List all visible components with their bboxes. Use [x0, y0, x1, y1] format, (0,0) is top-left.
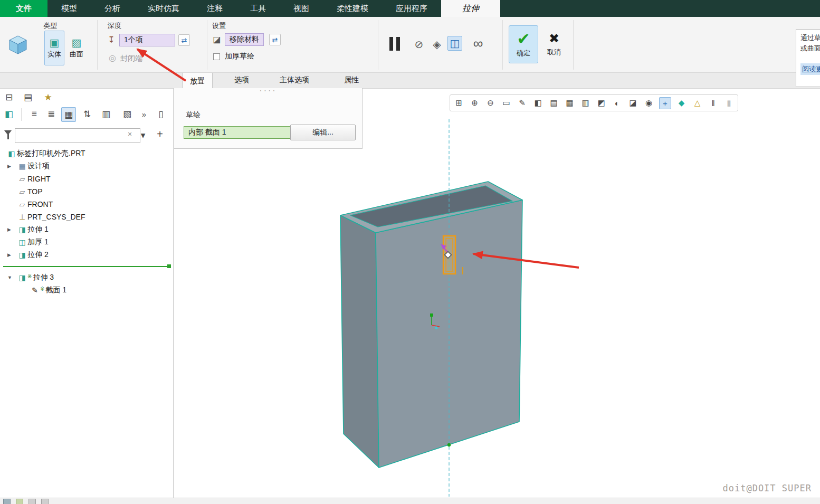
tab-extrude-context[interactable]: 拉伸 — [441, 0, 500, 17]
tree-settings-doc-icon[interactable]: ▯ — [154, 107, 168, 121]
model-tree-tab-icon[interactable]: ⊟ — [2, 90, 16, 104]
tab-body-options[interactable]: 主体选项 — [272, 72, 317, 88]
menu-realtime-simulation[interactable]: 实时仿真 — [134, 0, 193, 17]
menu-file[interactable]: 文件 — [0, 0, 47, 17]
tree-search-input[interactable] — [15, 128, 140, 143]
read-more-link[interactable]: 阅读更 — [800, 63, 820, 75]
no-preview-icon[interactable]: ⊘ — [412, 37, 426, 52]
extrude-icon: ◨ — [17, 251, 27, 259]
thicken-sketch-label[interactable]: 加厚草绘 — [225, 52, 254, 61]
refit-icon[interactable]: ▭ — [501, 98, 512, 109]
status-icon[interactable] — [3, 499, 11, 504]
show-tree-icon[interactable]: ◧ — [2, 107, 16, 121]
sort-tree-icon[interactable]: ⇅ — [80, 107, 94, 121]
capped-ends-label[interactable]: 封闭端 — [120, 54, 142, 63]
spin-center-icon[interactable]: ◆ — [676, 98, 687, 109]
clear-search-icon[interactable]: × — [128, 130, 132, 138]
favorites-icon[interactable]: ★ — [41, 90, 55, 104]
tree-item-label: 加厚 1 — [27, 237, 49, 247]
tree-item-design-items[interactable]: ▶ ▦ 设计项 — [0, 160, 173, 173]
zoom-in-icon[interactable]: ⊕ — [469, 98, 480, 109]
panel-grip-handle[interactable]: ···· — [174, 88, 362, 93]
model-left-face[interactable] — [340, 215, 379, 468]
zoom-out-icon[interactable]: ⊖ — [485, 98, 496, 109]
saved-orientations-icon[interactable]: ▤ — [548, 98, 559, 109]
annotation-display-icon[interactable]: ◉ — [643, 98, 654, 109]
tree-items-icon[interactable]: ≣ — [44, 107, 58, 121]
collapse-arrow-icon[interactable]: ▼ — [7, 275, 17, 280]
repaint-icon[interactable]: ✎ — [517, 98, 528, 109]
verify-icon[interactable]: ◈ — [430, 37, 444, 52]
pause-button[interactable] — [389, 37, 400, 51]
remove-material-icon[interactable]: ◪ — [211, 33, 223, 45]
depth-value-combo[interactable]: 1个项 — [119, 34, 175, 46]
cancel-button[interactable]: ✖ 取消 — [540, 25, 568, 63]
attached-preview-icon[interactable]: ◫ — [447, 36, 462, 51]
expand-arrow-icon[interactable]: ▶ — [7, 164, 17, 169]
menu-tools[interactable]: 工具 — [236, 0, 280, 17]
tree-columns-icon[interactable]: ▦ — [61, 107, 76, 122]
status-icon[interactable] — [41, 499, 49, 504]
expand-arrow-icon[interactable]: ▶ — [7, 252, 17, 258]
tree-item-section-1[interactable]: ✎ ※ 截面 1 — [0, 284, 173, 297]
tree-item-extrude-2[interactable]: ▶ ◨ 拉伸 2 — [0, 249, 173, 261]
insertion-locator[interactable] — [3, 266, 170, 267]
tree-item-extrude-1[interactable]: ▶ ◨ 拉伸 1 — [0, 223, 173, 236]
graphics-toolbar: ⊞ ⊕ ⊖ ▭ ✎ ◧ ▤ ▦ ▥ ◩ ◐ ◪ ◉ + ◆ △ ‖ ▮ — [450, 94, 738, 111]
tree-item-label: RIGHT — [27, 175, 51, 183]
view-manager-icon[interactable]: ▦ — [564, 98, 575, 109]
folder-browser-icon[interactable]: ▤ — [21, 90, 35, 104]
flip-depth-direction-button[interactable]: ⇄ — [178, 34, 190, 46]
solid-type-button[interactable]: ▣ 实体 — [44, 31, 64, 65]
tree-item-extrude-3[interactable]: ▼ ◨ ※ 拉伸 3 — [0, 271, 173, 284]
zoom-region-icon[interactable]: ⊞ — [453, 98, 464, 109]
status-icon[interactable] — [28, 499, 36, 504]
add-filter-button[interactable]: + — [153, 127, 167, 141]
surface-type-button[interactable]: ▨ 曲面 — [66, 31, 87, 65]
tree-item-front-plane[interactable]: ▱ FRONT — [0, 198, 173, 211]
sketch-label: 草绘 — [186, 110, 201, 120]
sketch-collector-field[interactable]: 内部 截面 1 — [184, 126, 295, 139]
menu-model[interactable]: 模型 — [47, 0, 91, 17]
style-tree-icon[interactable]: ▥ — [99, 107, 113, 121]
collapse-all-icon[interactable]: ▧ — [120, 107, 134, 121]
depth-type-icon[interactable]: ↧ — [106, 34, 117, 45]
depth-help-flyout: 通过草 或曲面 阅读更 — [796, 29, 820, 87]
thicken-sketch-checkbox[interactable] — [213, 53, 220, 60]
tree-item-thicken-1[interactable]: ◫ 加厚 1 — [0, 236, 173, 249]
toolbar-overflow-icon[interactable]: » — [137, 107, 151, 121]
edit-sketch-button[interactable]: 编辑... — [290, 125, 356, 140]
tab-placement[interactable]: 放置 — [182, 72, 213, 89]
tab-options[interactable]: 选项 — [227, 72, 256, 88]
model-tree: ◧ 标签打印机外壳.PRT ▶ ▦ 设计项 ▱ RIGHT ▱ TOP ▱ FR… — [0, 147, 173, 297]
menu-applications[interactable]: 应用程序 — [382, 0, 441, 17]
scene-icon[interactable]: ◩ — [596, 98, 607, 109]
search-dropdown-caret[interactable]: ▾ — [138, 128, 148, 142]
tab-properties[interactable]: 属性 — [337, 72, 366, 88]
pause-graphics-icon[interactable]: ‖ — [708, 98, 719, 109]
tree-filters-icon[interactable]: ≡ — [27, 107, 41, 121]
graphics-viewport[interactable]: ⊞ ⊕ ⊖ ▭ ✎ ◧ ▤ ▦ ▥ ◩ ◐ ◪ ◉ + ◆ △ ‖ ▮ doit… — [173, 88, 820, 498]
section-view-icon[interactable]: ◪ — [627, 98, 638, 109]
ok-button[interactable]: ✔ 确定 — [509, 25, 538, 63]
notification-warning-icon[interactable]: △ — [692, 98, 703, 109]
status-icon[interactable] — [16, 499, 23, 504]
csys-origin-dot[interactable] — [430, 313, 433, 317]
display-style-icon[interactable]: ◧ — [532, 98, 544, 109]
tree-item-top-plane[interactable]: ▱ TOP — [0, 185, 173, 198]
menu-analysis[interactable]: 分析 — [91, 0, 134, 17]
menu-flexible-modeling[interactable]: 柔性建模 — [323, 0, 382, 17]
tree-root-part[interactable]: ◧ 标签打印机外壳.PRT — [0, 147, 173, 160]
remove-material-field[interactable]: 移除材料 — [225, 33, 264, 46]
appearance-gallery-icon[interactable]: ◐ — [612, 98, 623, 109]
datum-display-icon[interactable]: + — [659, 97, 671, 109]
expand-arrow-icon[interactable]: ▶ — [7, 227, 17, 232]
in-progress-marker: ※ — [27, 273, 32, 279]
tree-item-csys[interactable]: ⊥ PRT_CSYS_DEF — [0, 211, 173, 223]
menu-annotate[interactable]: 注释 — [193, 0, 236, 17]
preview-glasses-icon[interactable]: ∞ — [469, 36, 488, 51]
flip-material-side-button[interactable]: ⇄ — [269, 34, 281, 45]
menu-view[interactable]: 视图 — [280, 0, 323, 17]
tree-item-right-plane[interactable]: ▱ RIGHT — [0, 173, 173, 185]
capture-image-icon[interactable]: ▥ — [580, 98, 591, 109]
